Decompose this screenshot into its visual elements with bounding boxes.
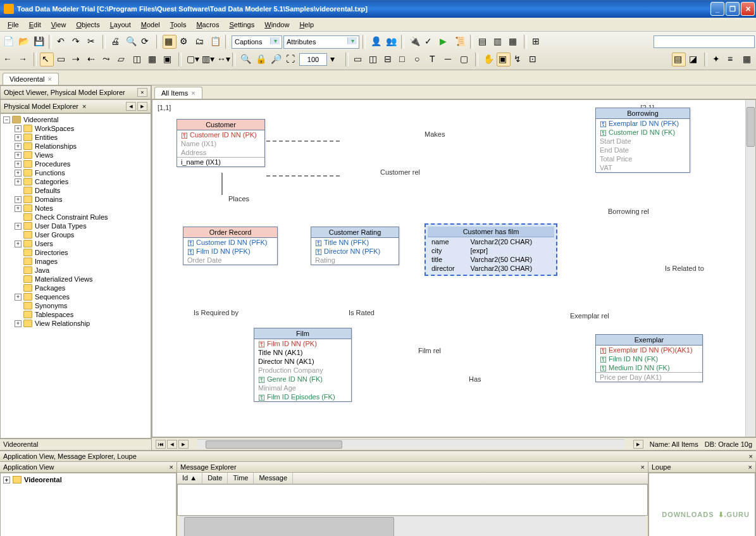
relation3-icon[interactable]: ⤳	[101, 53, 115, 66]
menu-window[interactable]: Window	[259, 20, 294, 30]
nav-prev2-icon[interactable]: ◄	[167, 440, 177, 449]
run-icon[interactable]: ▶	[438, 35, 452, 49]
tree-item[interactable]: +Views	[13, 151, 149, 159]
appview-item[interactable]: + Videorental	[2, 475, 175, 485]
generate-icon[interactable]: 📋	[208, 35, 222, 49]
tree-item[interactable]: +Procedures	[13, 159, 149, 168]
gear-icon[interactable]: ⚙	[178, 35, 192, 49]
msg-col[interactable]: Date	[202, 473, 228, 483]
nav-next2-icon[interactable]: ►	[178, 440, 189, 449]
right2-icon[interactable]: ◪	[687, 53, 701, 66]
check-icon[interactable]: ✓	[423, 35, 437, 49]
menu-help[interactable]: Help	[294, 20, 319, 30]
expand-icon[interactable]: +	[15, 134, 22, 141]
refresh-icon[interactable]: ⟳	[139, 35, 153, 49]
close-button[interactable]: ✕	[741, 2, 755, 16]
expand-icon[interactable]: +	[15, 161, 22, 168]
expand-icon[interactable]: +	[15, 178, 22, 185]
tree-item[interactable]: Synonyms	[13, 301, 149, 310]
expand-icon[interactable]: +	[15, 240, 22, 247]
expand-icon[interactable]: +	[3, 477, 10, 483]
minimize-button[interactable]: _	[710, 2, 724, 16]
pan-icon[interactable]: ↯	[512, 53, 526, 66]
nav-next-icon[interactable]: ►	[137, 102, 147, 111]
marquee-icon[interactable]: ▣	[497, 53, 511, 66]
canvas-vscroll[interactable]	[745, 100, 755, 437]
captions-combo[interactable]: Captions	[232, 35, 282, 49]
msg-col[interactable]: Message	[254, 473, 293, 483]
tree-item[interactable]: +Functions	[13, 168, 149, 177]
stamp-icon[interactable]: ▣	[161, 53, 175, 66]
msg-col[interactable]: Id ▲	[177, 473, 202, 483]
nav-last-icon[interactable]: ►	[633, 440, 643, 449]
close-loupe-icon[interactable]: ×	[748, 463, 752, 471]
close-msgexp-icon[interactable]: ×	[641, 463, 645, 471]
entity-customer-rating[interactable]: Customer Rating Title NN (PFK)Director N…	[311, 227, 399, 265]
align-right-icon[interactable]: ▦	[507, 35, 521, 49]
tree-item[interactable]: +Sequences	[13, 292, 149, 301]
zoom-in-icon[interactable]: 🔍	[239, 53, 252, 66]
msg-col[interactable]: Time	[228, 473, 254, 483]
menu-macros[interactable]: Macros	[191, 20, 224, 30]
tree-item[interactable]: +Entities	[13, 133, 149, 142]
model-tree[interactable]: − Videorental +WorkSpaces+Entities+Relat…	[0, 113, 151, 439]
tree-item[interactable]: +View Relationship	[13, 319, 149, 328]
spacing-icon[interactable]: ↔▾	[215, 53, 229, 66]
shape1-icon[interactable]: ▭	[352, 53, 366, 66]
undo-icon[interactable]: ↶	[55, 35, 69, 49]
right4-icon[interactable]: ≡	[726, 53, 740, 66]
right3-icon[interactable]: ✦	[710, 53, 724, 66]
expand-icon[interactable]: +	[15, 223, 22, 230]
canvas-hscroll[interactable]	[197, 439, 624, 449]
tree-item[interactable]: Check Constraint Rules	[13, 213, 149, 221]
save-icon[interactable]: 💾	[32, 35, 46, 49]
menu-tools[interactable]: Tools	[165, 20, 192, 30]
fit-icon[interactable]: ⛶	[284, 53, 298, 66]
entity-order-record[interactable]: Order Record Customer ID NN (PFK)Film ID…	[183, 227, 278, 265]
nav-prev-icon[interactable]: ◄	[126, 102, 136, 111]
size-icon[interactable]: ▢▾	[185, 53, 199, 66]
back-icon[interactable]: ←	[1, 53, 15, 66]
expand-icon[interactable]: +	[15, 170, 22, 177]
tree-item[interactable]: Defaults	[13, 186, 149, 195]
entity-exemplar[interactable]: Exemplar Exemplar ID NN (PK)(AK1)Film ID…	[595, 334, 703, 382]
tree-item[interactable]: +WorkSpaces	[13, 124, 149, 133]
tab-videorental[interactable]: Videorental ×	[3, 73, 59, 85]
open-icon[interactable]: 📂	[16, 35, 30, 49]
entity-icon[interactable]: ▭	[55, 53, 69, 66]
category-icon[interactable]: ◫	[131, 53, 145, 66]
script-icon[interactable]: 📜	[453, 35, 467, 49]
tree-item[interactable]: Directories	[13, 248, 149, 257]
expand-icon[interactable]: +	[15, 125, 22, 132]
relation2-icon[interactable]: ⇠	[85, 53, 99, 66]
box-icon[interactable]: ▢	[458, 53, 472, 66]
zoom-input[interactable]	[299, 53, 327, 66]
maximize-button[interactable]: ❐	[726, 2, 740, 16]
user-icon[interactable]: 👤	[369, 35, 383, 49]
entity-customer[interactable]: Customer Customer ID NN (PK)Name (IX1)Ad…	[177, 119, 265, 167]
ellipse-icon[interactable]: ○	[412, 53, 426, 66]
nav-first-icon[interactable]: ⏮	[156, 440, 166, 449]
grid-icon[interactable]: ⊞	[530, 35, 544, 49]
tree-item[interactable]: User Groups	[13, 230, 149, 239]
tree-item[interactable]: Java	[13, 266, 149, 275]
close-tab-icon[interactable]: ×	[47, 75, 51, 83]
users-icon[interactable]: 👥	[384, 35, 398, 49]
pointer-icon[interactable]: ↖	[40, 53, 54, 66]
menu-file[interactable]: File	[3, 20, 24, 30]
right5-icon[interactable]: ▦	[741, 53, 755, 66]
expand-icon[interactable]: +	[15, 205, 22, 212]
tree-item[interactable]: +Domains	[13, 195, 149, 204]
zoom-dropdown-icon[interactable]: ▾	[328, 53, 342, 66]
zoom-out-icon[interactable]: 🔎	[269, 53, 283, 66]
menu-edit[interactable]: Edit	[24, 20, 46, 30]
message-list[interactable]	[177, 484, 648, 516]
tree-item[interactable]: +Notes	[13, 204, 149, 213]
cut-icon[interactable]: ✂	[85, 35, 99, 49]
tree-item[interactable]: Tablespaces	[13, 310, 149, 319]
shape4-icon[interactable]: □	[397, 53, 411, 66]
collapse-icon[interactable]: −	[3, 116, 10, 123]
redo-icon[interactable]: ↷	[70, 35, 84, 49]
view-customer-has-film[interactable]: Customer has film nameVarchar2(20 CHAR)c…	[424, 223, 557, 276]
tree-item[interactable]: Materialized Views	[13, 275, 149, 284]
